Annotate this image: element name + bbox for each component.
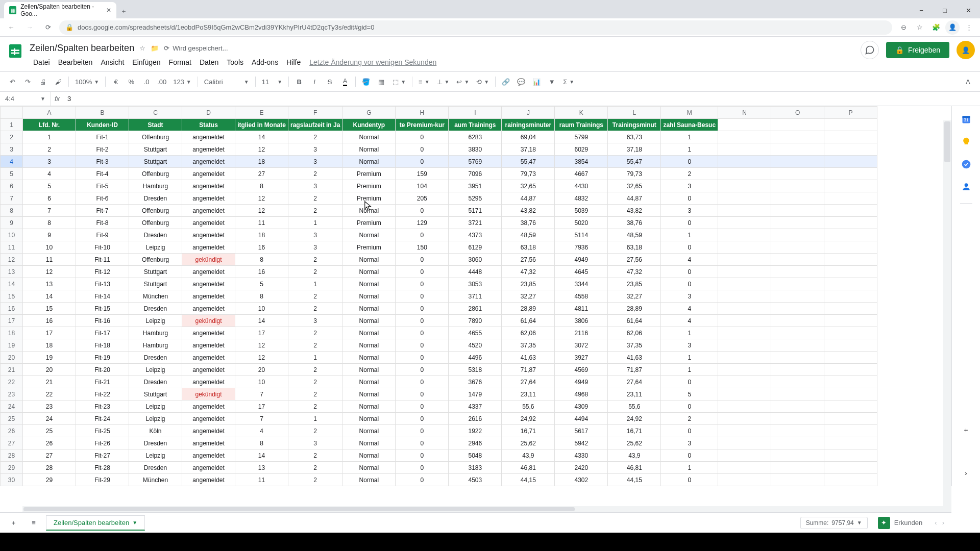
cell[interactable]: angemeldet	[182, 217, 235, 229]
cell[interactable]: 16	[235, 241, 288, 254]
cell[interactable]: 3	[661, 339, 718, 352]
cell[interactable]	[824, 192, 877, 205]
cell[interactable]: 10	[235, 376, 288, 388]
document-title[interactable]: Zeilen/Spalten bearbeiten	[30, 43, 134, 54]
cell[interactable]: 3	[23, 156, 76, 168]
cell[interactable]	[771, 437, 824, 449]
menu-help[interactable]: Hilfe	[283, 56, 304, 68]
cell[interactable]: 9	[23, 229, 76, 241]
cell[interactable]	[718, 327, 771, 339]
cell[interactable]	[771, 376, 824, 388]
cell[interactable]: Premium	[342, 192, 396, 205]
cell[interactable]: 2	[288, 192, 342, 205]
cell[interactable]: Köln	[129, 425, 182, 437]
cell[interactable]: Stuttgart	[129, 266, 182, 278]
cell[interactable]: 4430	[555, 180, 608, 192]
header-cell[interactable]: te Premium-kur	[396, 119, 449, 131]
cell[interactable]	[771, 352, 824, 364]
cell[interactable]: Fit-4	[76, 168, 129, 180]
cell[interactable]: 2	[288, 327, 342, 339]
cell[interactable]	[824, 474, 877, 486]
cell[interactable]: Leipzig	[129, 315, 182, 327]
cell[interactable]: 3	[288, 229, 342, 241]
cell[interactable]: 0	[661, 217, 718, 229]
cell[interactable]: Normal	[342, 413, 396, 425]
cell[interactable]: 0	[661, 376, 718, 388]
column-header[interactable]: M	[661, 107, 718, 119]
cell[interactable]	[824, 143, 877, 156]
browser-tab[interactable]: ▦ Zeilen/Spalten bearbeiten - Goo... ✕	[4, 2, 116, 18]
percent-button[interactable]: %	[124, 74, 138, 89]
cell[interactable]: 79,73	[502, 168, 555, 180]
cell[interactable]: Normal	[342, 449, 396, 462]
cell[interactable]: angemeldet	[182, 449, 235, 462]
cell[interactable]: 20	[235, 364, 288, 376]
cell[interactable]	[771, 266, 824, 278]
cell[interactable]: 18	[235, 156, 288, 168]
cell[interactable]: 3072	[555, 339, 608, 352]
cell[interactable]: 61,64	[502, 315, 555, 327]
cell[interactable]: 4337	[449, 400, 502, 413]
cell[interactable]	[718, 303, 771, 315]
cell[interactable]: Fit-9	[76, 229, 129, 241]
cell[interactable]: 3053	[449, 278, 502, 290]
cell[interactable]: 5039	[555, 205, 608, 217]
cell[interactable]: 46,81	[502, 462, 555, 474]
cell[interactable]: 32,65	[502, 180, 555, 192]
cell[interactable]	[771, 290, 824, 303]
cell[interactable]	[718, 143, 771, 156]
cell[interactable]	[824, 131, 877, 143]
cell[interactable]	[718, 266, 771, 278]
cell[interactable]: 5769	[449, 156, 502, 168]
cell[interactable]: Normal	[342, 278, 396, 290]
cell[interactable]	[824, 241, 877, 254]
cell[interactable]: 0	[396, 425, 449, 437]
cell[interactable]: 3	[288, 241, 342, 254]
cell[interactable]	[771, 278, 824, 290]
cell[interactable]: 2	[288, 266, 342, 278]
cell[interactable]	[771, 315, 824, 327]
cell[interactable]: Normal	[342, 376, 396, 388]
row-number[interactable]: 20	[1, 352, 23, 364]
cell[interactable]: 0	[396, 143, 449, 156]
column-header[interactable]: I	[449, 107, 502, 119]
cell[interactable]: 4569	[555, 364, 608, 376]
cell[interactable]: 4949	[555, 376, 608, 388]
cell[interactable]	[824, 425, 877, 437]
column-header[interactable]: F	[288, 107, 342, 119]
cell[interactable]: Fit-5	[76, 180, 129, 192]
cell[interactable]	[718, 290, 771, 303]
cell[interactable]: 7890	[449, 315, 502, 327]
fontsize-select[interactable]: 11▼	[259, 78, 285, 86]
cell[interactable]: 37,35	[608, 339, 661, 352]
row-number[interactable]: 1	[1, 119, 23, 131]
extensions-icon[interactable]: 🧩	[929, 20, 943, 35]
cell[interactable]: 205	[396, 192, 449, 205]
cell[interactable]: 27,56	[502, 254, 555, 266]
cell[interactable]: 25	[23, 425, 76, 437]
cell[interactable]	[824, 290, 877, 303]
column-header[interactable]: G	[342, 107, 396, 119]
cell[interactable]: Dresden	[129, 352, 182, 364]
cell[interactable]	[824, 449, 877, 462]
cell[interactable]: 11	[23, 254, 76, 266]
cell[interactable]: 5295	[449, 192, 502, 205]
cell[interactable]: angemeldet	[182, 303, 235, 315]
row-number[interactable]: 25	[1, 413, 23, 425]
row-number[interactable]: 30	[1, 474, 23, 486]
cell[interactable]: Fit-2	[76, 143, 129, 156]
row-number[interactable]: 3	[1, 143, 23, 156]
cell[interactable]: 3676	[449, 376, 502, 388]
cell[interactable]: 37,18	[608, 143, 661, 156]
column-header[interactable]: L	[608, 107, 661, 119]
cell[interactable]: 24,92	[608, 413, 661, 425]
row-number[interactable]: 22	[1, 376, 23, 388]
maximize-button[interactable]: □	[933, 2, 957, 18]
cell[interactable]: Normal	[342, 143, 396, 156]
cell[interactable]: 0	[396, 315, 449, 327]
cell[interactable]	[824, 278, 877, 290]
cell[interactable]	[824, 254, 877, 266]
spreadsheet-grid[interactable]: ABCDEFGHIJKLMNOP 1Lfd. Nr.Kunden-IDStadt…	[0, 106, 877, 486]
cell[interactable]: 2616	[449, 413, 502, 425]
cell[interactable]: Dresden	[129, 229, 182, 241]
